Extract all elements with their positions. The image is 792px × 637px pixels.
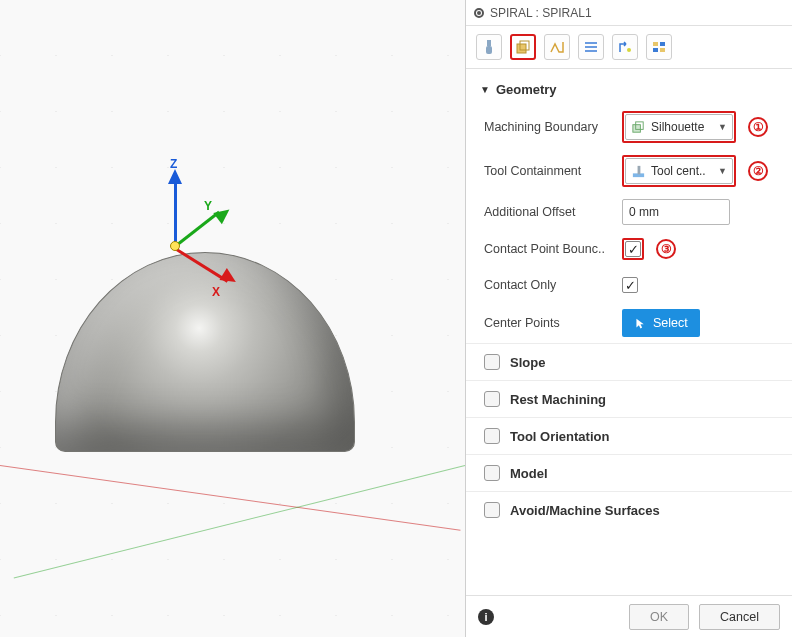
- svg-rect-9: [633, 124, 641, 132]
- svg-rect-8: [660, 48, 665, 52]
- operation-panel: SPIRAL : SPIRAL1 ▼ Geometry Machining Bo…: [465, 0, 792, 637]
- tab-linking[interactable]: [612, 34, 638, 60]
- input-additional-offset-value: 0 mm: [629, 205, 659, 219]
- section-geometry-header[interactable]: ▼ Geometry: [466, 74, 792, 105]
- checkbox-contact-only[interactable]: [622, 277, 638, 293]
- section-avoid-machine-surfaces-label: Avoid/Machine Surfaces: [510, 503, 660, 518]
- callout-1: ①: [748, 117, 768, 137]
- input-additional-offset[interactable]: 0 mm: [622, 199, 730, 225]
- axis-y-label: Y: [204, 199, 212, 213]
- dropdown-tool-containment-value: Tool cent..: [651, 164, 714, 178]
- expand-box-icon: [484, 502, 500, 518]
- tab-tool[interactable]: [476, 34, 502, 60]
- axis-origin[interactable]: [170, 241, 180, 251]
- dropdown-machining-boundary-value: Silhouette: [651, 120, 714, 134]
- row-tool-containment: Tool Containment Tool cent.. ▼ ②: [466, 149, 792, 193]
- axis-gizmo[interactable]: Z Y X: [150, 165, 260, 275]
- section-rest-machining[interactable]: Rest Machining: [466, 380, 792, 417]
- checkbox-contact-point-boundary[interactable]: [625, 241, 641, 257]
- model-dome[interactable]: [55, 252, 355, 452]
- button-select-center-points[interactable]: Select: [622, 309, 700, 337]
- panel-footer: i OK Cancel: [466, 595, 792, 637]
- section-slope-label: Slope: [510, 355, 545, 370]
- tab-geometry[interactable]: [510, 34, 536, 60]
- svg-rect-7: [653, 48, 658, 52]
- axis-x-label: X: [212, 285, 220, 299]
- panel-title-bar: SPIRAL : SPIRAL1: [466, 0, 792, 26]
- svg-rect-6: [660, 42, 665, 46]
- dropdown-tool-containment[interactable]: Tool cent.. ▼: [625, 158, 733, 184]
- ground-axis-x: [0, 465, 461, 531]
- expand-box-icon: [484, 391, 500, 407]
- svg-rect-5: [653, 42, 658, 46]
- tab-heights[interactable]: [544, 34, 570, 60]
- section-tool-orientation[interactable]: Tool Orientation: [466, 417, 792, 454]
- row-additional-offset: Additional Offset 0 mm: [466, 193, 792, 231]
- ok-button[interactable]: OK: [629, 604, 689, 630]
- viewport-3d[interactable]: Z Y X: [0, 0, 465, 637]
- label-tool-containment: Tool Containment: [484, 164, 622, 178]
- expand-box-icon: [484, 428, 500, 444]
- section-avoid-machine-surfaces[interactable]: Avoid/Machine Surfaces: [466, 491, 792, 528]
- section-geometry-label: Geometry: [496, 82, 557, 97]
- chevron-down-icon: ▼: [718, 122, 727, 132]
- panel-bullet-icon: [474, 8, 484, 18]
- cursor-icon: [634, 317, 647, 330]
- label-contact-only: Contact Only: [484, 278, 622, 292]
- button-select-label: Select: [653, 316, 688, 330]
- expand-box-icon: [484, 354, 500, 370]
- callout-3: ③: [656, 239, 676, 259]
- panel-tabs: [466, 26, 792, 69]
- disclosure-triangle-icon: ▼: [480, 84, 490, 95]
- callout-2: ②: [748, 161, 768, 181]
- axis-z-line: [174, 175, 177, 247]
- chevron-down-icon: ▼: [718, 166, 727, 176]
- tab-misc[interactable]: [646, 34, 672, 60]
- section-model[interactable]: Model: [466, 454, 792, 491]
- panel-title-text: SPIRAL : SPIRAL1: [490, 6, 592, 20]
- row-center-points: Center Points Select: [466, 303, 792, 343]
- axis-z-label: Z: [170, 157, 177, 171]
- label-center-points: Center Points: [484, 316, 622, 330]
- panel-scroll: ▼ Geometry Machining Boundary Silhouette…: [466, 74, 792, 595]
- label-machining-boundary: Machining Boundary: [484, 120, 622, 134]
- row-machining-boundary: Machining Boundary Silhouette ▼ ①: [466, 105, 792, 149]
- silhouette-icon: [631, 120, 646, 135]
- svg-point-4: [627, 48, 631, 52]
- row-contact-only: Contact Only: [466, 267, 792, 303]
- tab-passes[interactable]: [578, 34, 604, 60]
- label-contact-point-boundary: Contact Point Bounc..: [484, 242, 622, 256]
- section-slope[interactable]: Slope: [466, 343, 792, 380]
- section-tool-orientation-label: Tool Orientation: [510, 429, 609, 444]
- section-rest-machining-label: Rest Machining: [510, 392, 606, 407]
- cancel-button-label: Cancel: [720, 610, 759, 624]
- axis-y-head: [213, 204, 233, 224]
- section-model-label: Model: [510, 466, 548, 481]
- svg-rect-0: [487, 40, 491, 46]
- axis-z-head: [168, 169, 182, 184]
- info-icon[interactable]: i: [478, 609, 494, 625]
- label-additional-offset: Additional Offset: [484, 205, 622, 219]
- ok-button-label: OK: [650, 610, 668, 624]
- cancel-button[interactable]: Cancel: [699, 604, 780, 630]
- row-contact-point-boundary: Contact Point Bounc.. ③: [466, 231, 792, 267]
- expand-box-icon: [484, 465, 500, 481]
- tool-center-icon: [631, 164, 646, 179]
- dropdown-machining-boundary[interactable]: Silhouette ▼: [625, 114, 733, 140]
- axis-y-line: [174, 211, 220, 248]
- svg-rect-2: [517, 44, 526, 53]
- svg-rect-12: [638, 165, 641, 173]
- svg-rect-1: [486, 46, 492, 54]
